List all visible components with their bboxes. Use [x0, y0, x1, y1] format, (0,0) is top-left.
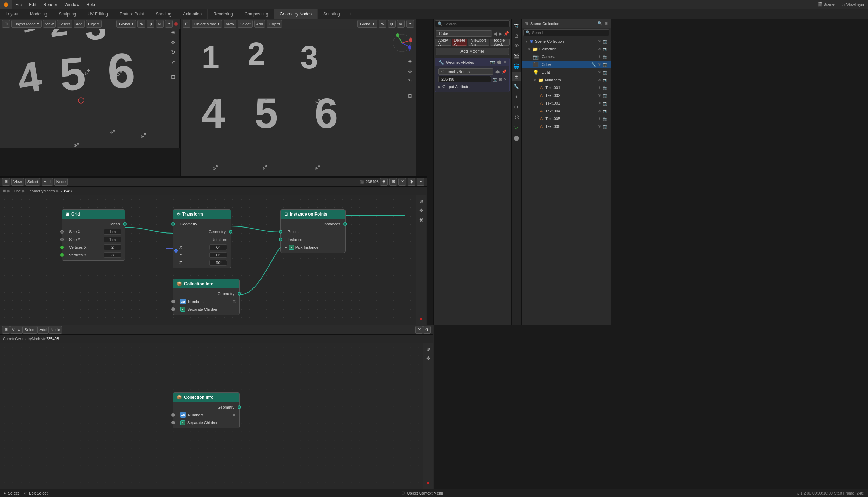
grid-node-header[interactable]: ⊞ Grid [62, 210, 125, 219]
outliner-text006[interactable]: A Text.006 👁 📷 [522, 123, 611, 130]
text002-cam-icon[interactable]: 📷 [603, 93, 608, 98]
add-workspace-tab[interactable]: + [346, 9, 356, 19]
bottom-ci-header[interactable]: 📦 Collection Info [173, 393, 239, 402]
props-tab-particles[interactable]: ✦ [512, 92, 521, 101]
btn-node2[interactable]: Node [49, 326, 62, 334]
modifier-search-input[interactable] [444, 22, 507, 26]
frame-close-btn[interactable]: ✕ [503, 77, 507, 82]
btn-add2[interactable]: Add [37, 326, 49, 334]
cursor-tool[interactable]: ⊕ [169, 28, 177, 37]
render-menu[interactable]: Render [40, 0, 61, 9]
node-tree-selector[interactable]: GeometryNodes [438, 68, 493, 75]
tab-compositing[interactable]: Compositing [239, 9, 274, 19]
node-tool-2[interactable]: ✥ [417, 206, 426, 215]
tab-animation[interactable]: Animation [177, 9, 208, 19]
text004-eye-icon[interactable]: 👁 [598, 109, 601, 113]
vp1-mode-selector[interactable]: ⊞ [2, 20, 10, 28]
coll-eye-icon[interactable]: 👁 [598, 47, 601, 51]
bc-cube[interactable]: Cube [12, 189, 21, 193]
text005-eye-icon[interactable]: 👁 [598, 117, 601, 121]
scene-eye-icon[interactable]: 👁 [598, 39, 601, 43]
text002-eye-icon[interactable]: 👁 [598, 93, 601, 98]
tab-geometry-nodes[interactable]: Geometry Nodes [274, 9, 318, 19]
node-editor-close[interactable]: ✕ [398, 178, 406, 186]
bottom-tool-2[interactable]: ✥ [424, 354, 433, 362]
bc2-geomnodes[interactable]: GeometryNodes [15, 337, 43, 341]
frame-field[interactable]: 235498 [438, 76, 491, 82]
modifier-search-box[interactable]: 🔍 [435, 20, 510, 27]
btn-mode[interactable]: ⊞ [2, 326, 10, 334]
object-name-field[interactable]: Cube [436, 30, 492, 37]
outliner-search-box[interactable]: 🔍 [523, 29, 609, 36]
node-view-btn[interactable]: View [11, 178, 24, 186]
light-camera-icon[interactable]: 📷 [603, 70, 608, 75]
outliner-sort-btn[interactable]: ⊞ [605, 21, 608, 26]
bc-geomnodes[interactable]: GeometryNodes [26, 189, 55, 193]
scene-camera-icon[interactable]: 📷 [603, 39, 608, 44]
ci-close-btn[interactable]: ✕ [232, 299, 236, 304]
vp1-object-mode[interactable]: Object Mode ▾ [11, 20, 42, 28]
outliner-collection[interactable]: ▼ 📁 Collection 👁 📷 [522, 45, 611, 53]
modifier-nav-prev[interactable]: ◀ [494, 31, 497, 36]
modifier-pin-btn[interactable]: 📌 [503, 31, 509, 36]
tab-modeling[interactable]: Modeling [24, 9, 53, 19]
render-layer-selector[interactable]: 🗂 ViewLayer [838, 0, 868, 9]
output-attributes-row[interactable]: ▶ Output Attributes [438, 84, 507, 89]
vp2-select-btn[interactable]: Select [238, 20, 253, 28]
vp-resize-handle[interactable] [180, 29, 181, 177]
bc2-frame[interactable]: 235498 [46, 337, 59, 341]
vp1-transform-btn[interactable]: ⟲ [137, 20, 145, 28]
outliner-cube[interactable]: ⬛ Cube 🔧 👁 📷 [522, 61, 611, 68]
frame-camera-btn[interactable]: 📷 [493, 77, 497, 82]
node-tree-pin[interactable]: 📌 [502, 69, 507, 74]
btn-overlay2[interactable]: ◑ [423, 326, 431, 334]
mod-delete-icon[interactable]: ✕ [503, 60, 507, 64]
tab-texture-paint[interactable]: Texture Paint [114, 9, 150, 19]
outliner-camera[interactable]: 📷 Camera 👁 📷 [522, 53, 611, 61]
btn-close2[interactable]: ✕ [415, 326, 423, 334]
text001-eye-icon[interactable]: 👁 [598, 86, 601, 90]
node-node-btn[interactable]: Node [54, 178, 68, 186]
bottom-red-btn[interactable]: ● [424, 478, 433, 487]
outliner-scene-collection[interactable]: ▼ ⊞ Scene Collection 👁 📷 [522, 37, 611, 45]
text006-eye-icon[interactable]: 👁 [598, 124, 601, 129]
btn-select2[interactable]: Select [23, 326, 38, 334]
outliner-text004[interactable]: A Text.004 👁 📷 [522, 107, 611, 115]
node-mode-btn[interactable]: ⊞ [2, 178, 10, 186]
light-eye-icon[interactable]: 👁 [598, 70, 601, 74]
text006-cam-icon[interactable]: 📷 [603, 124, 608, 129]
vp2-cursor-tool[interactable]: ⊕ [406, 57, 414, 66]
props-tab-data[interactable]: ▽ [512, 123, 521, 132]
apply-all-btn[interactable]: Apply All [435, 39, 451, 46]
tab-layout[interactable]: Layout [0, 9, 24, 19]
outliner-text001[interactable]: A Text.001 👁 📷 [522, 84, 611, 92]
modifier-header-row[interactable]: 🔧 GeometryNodes 📷 ⬤ ✕ [435, 58, 509, 66]
vp2-mode-selector[interactable]: ⊞ [183, 20, 190, 28]
timeline-btn[interactable]: ◉ [380, 178, 388, 186]
node-snap-btn[interactable]: ✦ [417, 178, 424, 186]
cube-eye-icon[interactable]: 👁 [598, 62, 601, 67]
cam-camera-icon[interactable]: 📷 [603, 55, 608, 59]
viewport-vis-btn[interactable]: Viewport Vis [468, 39, 489, 46]
toggle-stack-btn[interactable]: Toggle Stack [490, 39, 510, 46]
help-menu[interactable]: Help [83, 0, 99, 9]
text003-cam-icon[interactable]: 📷 [603, 101, 608, 106]
btn-view2[interactable]: View [10, 326, 23, 334]
vp1-object-btn[interactable]: Object [86, 20, 102, 28]
vp1-gizmo-btn[interactable]: ✦ [165, 20, 173, 28]
outliner-filter-btn[interactable]: 🔍 [598, 21, 603, 26]
outliner-text002[interactable]: A Text.002 👁 📷 [522, 92, 611, 99]
scale-tool[interactable]: ⤢ [169, 58, 177, 66]
num-camera-icon[interactable]: 📷 [603, 78, 608, 82]
vp2-grid-tool[interactable]: ⊞ [406, 92, 414, 100]
cube-camera-icon[interactable]: 📷 [603, 62, 608, 67]
mod-render-icon[interactable]: ⬤ [497, 60, 501, 64]
tab-shading[interactable]: Shading [150, 9, 177, 19]
vp2-gizmo-btn[interactable]: ✦ [406, 20, 414, 28]
tab-rendering[interactable]: Rendering [208, 9, 239, 19]
props-tab-modifier[interactable]: 🔧 [512, 82, 521, 91]
bc2-cube[interactable]: Cube [3, 337, 12, 341]
props-tab-render[interactable]: 📷 [512, 21, 521, 30]
text004-cam-icon[interactable]: 📷 [603, 109, 608, 113]
vp1-view-btn[interactable]: View [43, 20, 56, 28]
